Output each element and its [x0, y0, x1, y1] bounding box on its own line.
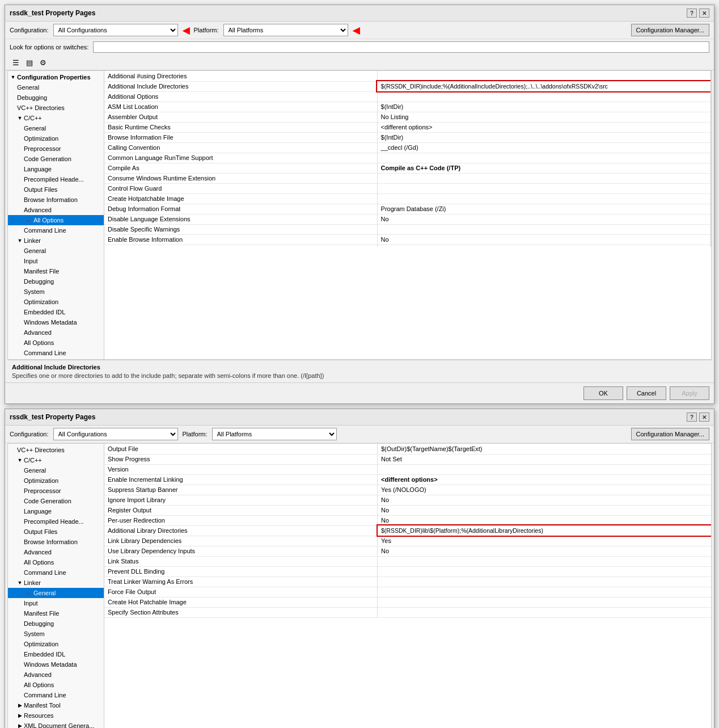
tree-item[interactable]: Input — [8, 256, 104, 266]
list-view-icon[interactable]: ☰ — [10, 56, 22, 69]
grouped-view-icon[interactable]: ▤ — [23, 56, 36, 69]
tree-item[interactable]: All Options — [8, 338, 104, 348]
table-row[interactable]: Version — [104, 464, 711, 474]
table-row[interactable]: Create Hotpatchable Image — [104, 193, 710, 204]
help-button-2[interactable]: ? — [687, 413, 697, 422]
table-row[interactable]: Debug Information FormatProgram Database… — [104, 204, 710, 214]
tree-item[interactable]: Input — [8, 598, 104, 608]
tree-item[interactable]: →General — [8, 588, 104, 598]
table-row[interactable]: Basic Runtime Checks<different options> — [104, 122, 710, 132]
tree-item[interactable]: Manifest File — [8, 608, 104, 618]
tree-item[interactable]: Code Generation — [8, 496, 104, 506]
tree-item[interactable]: Command Line — [8, 690, 104, 700]
tree-item[interactable]: Debugging — [8, 92, 104, 103]
tree-item[interactable]: Optimization — [8, 639, 104, 649]
table-row[interactable]: Disable Specific Warnings — [104, 224, 710, 234]
tree-item[interactable]: All Options — [8, 557, 104, 567]
look-for-input-1[interactable] — [93, 41, 709, 53]
tree-item[interactable]: ▶Resources — [8, 710, 104, 721]
tree-item[interactable]: Precompiled Heade... — [8, 516, 104, 527]
tree-item[interactable]: Output Files — [8, 527, 104, 537]
tree-item[interactable]: All Options — [8, 680, 104, 690]
table-row[interactable]: Ignore Import LibraryNo — [104, 495, 711, 505]
table-row[interactable]: Link Status — [104, 556, 711, 566]
table-row[interactable]: Additional Library Directories$(RSSDK_DI… — [104, 525, 711, 536]
tree-item[interactable]: Advanced — [8, 327, 104, 338]
table-row[interactable]: Additional Options — [104, 91, 710, 102]
tree-item[interactable]: Command Line — [8, 348, 104, 358]
table-row[interactable]: Assembler OutputNo Listing — [104, 112, 710, 122]
table-row[interactable]: Consume Windows Runtime Extension — [104, 173, 710, 183]
tree-item[interactable]: ▼C/C++ — [8, 113, 104, 123]
table-row[interactable]: Common Language RunTime Support — [104, 153, 710, 163]
tree-item[interactable]: Code Generation — [8, 154, 104, 164]
table-row[interactable]: Suppress Startup BannerYes (/NOLOGO) — [104, 485, 711, 495]
tree-item[interactable]: General — [8, 246, 104, 256]
table-row[interactable]: Control Flow Guard — [104, 183, 710, 193]
tree-item[interactable]: Optimization — [8, 475, 104, 486]
tree-item[interactable]: Output Files — [8, 184, 104, 195]
table-row[interactable]: Disable Language ExtensionsNo — [104, 214, 710, 224]
close-button-1[interactable]: ✕ — [699, 9, 709, 18]
tree-item[interactable]: Optimization — [8, 133, 104, 144]
props-scroll-1[interactable]: Additional #using DirectoriesAdditional … — [104, 71, 711, 247]
table-row[interactable]: Treat Linker Warning As Errors — [104, 576, 711, 587]
tree-item[interactable]: →All Options — [8, 215, 104, 225]
config-select-2[interactable]: All Configurations — [53, 428, 178, 440]
tree-item[interactable]: Language — [8, 506, 104, 516]
tree-item[interactable]: Embedded IDL — [8, 649, 104, 659]
tree-item[interactable]: Browse Information — [8, 195, 104, 205]
table-row[interactable]: Additional #using Directories — [104, 71, 710, 81]
table-row[interactable]: Use Library Dependency InputsNo — [104, 546, 711, 556]
tree-item[interactable]: Advanced — [8, 547, 104, 557]
table-row[interactable]: Enable C++ ExceptionsYes (/EHsc) — [104, 245, 710, 247]
table-row[interactable]: Specify Section Attributes — [104, 607, 711, 617]
table-row[interactable]: Force File Output — [104, 587, 711, 597]
tree-item[interactable]: VC++ Directories — [8, 445, 104, 455]
tree-item[interactable]: Windows Metadata — [8, 317, 104, 327]
tree-item[interactable]: Debugging — [8, 276, 104, 287]
config-manager-btn-2[interactable]: Configuration Manager... — [631, 428, 709, 440]
ok-button-1[interactable]: OK — [583, 386, 623, 400]
table-row[interactable]: Link Library DependenciesYes — [104, 536, 711, 546]
tree-item[interactable]: Command Line — [8, 225, 104, 235]
tree-item[interactable]: Debugging — [8, 618, 104, 629]
tree-item[interactable]: Language — [8, 164, 104, 174]
settings-icon[interactable]: ⚙ — [37, 56, 49, 69]
tree-item[interactable]: General — [8, 82, 104, 92]
tree-item[interactable]: Windows Metadata — [8, 659, 104, 670]
help-button-1[interactable]: ? — [687, 9, 697, 18]
table-row[interactable]: Enable Browse InformationNo — [104, 234, 710, 245]
platform-select-2[interactable]: All Platforms — [212, 428, 337, 440]
tree-item[interactable]: ▼Linker — [8, 235, 104, 246]
table-row[interactable]: Show ProgressNot Set — [104, 454, 711, 464]
tree-item[interactable]: General — [8, 123, 104, 133]
tree-item[interactable]: General — [8, 465, 104, 475]
tree-item[interactable]: ▼C/C++ — [8, 455, 104, 465]
config-manager-btn-1[interactable]: Configuration Manager... — [631, 24, 709, 36]
table-row[interactable]: Browse Information File$(IntDir) — [104, 132, 710, 142]
table-row[interactable]: Create Hot Patchable Image — [104, 597, 711, 607]
table-row[interactable]: Calling Convention__cdecl (/Gd) — [104, 142, 710, 153]
table-row[interactable]: Output File$(OutDir)$(TargetName)$(Targe… — [104, 444, 711, 454]
table-row[interactable]: ASM List Location$(IntDir) — [104, 102, 710, 112]
table-row[interactable]: Enable Incremental Linking<different opt… — [104, 474, 711, 485]
tree-item[interactable]: Browse Information — [8, 537, 104, 547]
tree-item[interactable]: Advanced — [8, 205, 104, 215]
tree-item[interactable]: Optimization — [8, 297, 104, 307]
tree-item[interactable]: Preprocessor — [8, 144, 104, 154]
table-row[interactable]: Compile AsCompile as C++ Code (/TP) — [104, 163, 710, 173]
tree-item[interactable]: System — [8, 629, 104, 639]
tree-item[interactable]: Command Line — [8, 567, 104, 578]
table-row[interactable]: Prevent DLL Binding — [104, 566, 711, 576]
tree-item[interactable]: Embedded IDL — [8, 307, 104, 317]
config-select-1[interactable]: All Configurations — [53, 24, 178, 36]
props-scroll-2[interactable]: Output File$(OutDir)$(TargetName)$(Targe… — [104, 444, 711, 618]
tree-item[interactable]: VC++ Directories — [8, 103, 104, 113]
cancel-button-1[interactable]: Cancel — [627, 386, 666, 400]
table-row[interactable]: Register OutputNo — [104, 505, 711, 515]
tree-item[interactable]: ▼Configuration Properties — [8, 72, 104, 82]
apply-button-1[interactable]: Apply — [670, 386, 709, 400]
tree-item[interactable]: ▼Linker — [8, 578, 104, 588]
tree-item[interactable]: System — [8, 287, 104, 297]
